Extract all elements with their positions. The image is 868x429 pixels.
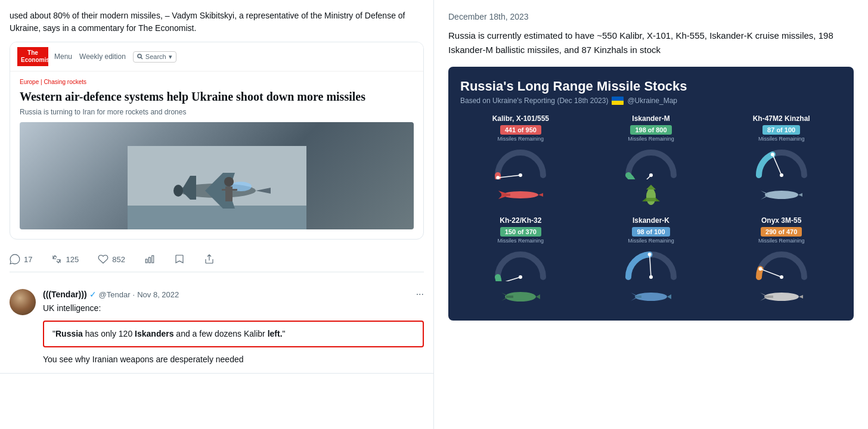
tweet-intro-text: used about 80% of their modern missiles,…	[10, 10, 424, 35]
missiles-remaining-label: Missiles Remaining	[758, 136, 805, 142]
svg-point-11	[173, 185, 183, 197]
missile-item: Iskander-K 98 of 100 Missiles Remaining	[591, 216, 712, 309]
missile-item: Kalibr, X-101/555 441 of 950 Missiles Re…	[460, 114, 581, 207]
svg-rect-24	[501, 194, 510, 196]
reply-action[interactable]: 17	[10, 254, 32, 265]
svg-point-35	[771, 153, 774, 157]
svg-line-1	[141, 58, 142, 60]
svg-rect-18	[152, 256, 154, 263]
jet-image-svg	[128, 146, 306, 229]
infographic-subtitle: Based on Ukraine's Reporting (Dec 18th 2…	[460, 97, 842, 105]
gauge-chart	[491, 248, 550, 281]
bold-left: left.	[268, 329, 283, 338]
nav-search-box[interactable]: Search ▾	[133, 51, 176, 63]
svg-marker-25	[498, 191, 507, 194]
svg-marker-62	[799, 295, 803, 299]
svg-line-51	[650, 254, 651, 277]
top-tweet-section: used about 80% of their modern missiles,…	[0, 0, 433, 272]
retweet-action[interactable]: 125	[51, 254, 79, 265]
like-action[interactable]: 852	[98, 254, 125, 265]
missile-badge: 150 of 370	[500, 227, 541, 237]
highlight-quote-box: "Russia has only 120 Iskanders and a few…	[43, 321, 424, 347]
second-tweet: (((Tendar))) ✓ @Tendar · Nov 8, 2022 ···…	[0, 282, 433, 374]
missiles-remaining-label: Missiles Remaining	[498, 238, 544, 244]
svg-marker-33	[642, 198, 646, 201]
tweet-avatar	[10, 289, 36, 315]
nav-edition[interactable]: Weekly edition	[79, 52, 126, 61]
svg-marker-23	[538, 193, 543, 197]
svg-point-12	[224, 177, 234, 186]
infographic-title: Russia's Long Range Missile Stocks	[460, 79, 842, 94]
gauge-chart	[752, 147, 811, 179]
right-description: Russia is currently estimated to have ~5…	[448, 29, 854, 57]
svg-point-29	[649, 173, 653, 177]
missile-grid: Kalibr, X-101/555 441 of 950 Missiles Re…	[460, 114, 842, 309]
search-icon	[137, 54, 143, 60]
missile-name: Kh-47M2 Kinzhal	[753, 114, 810, 123]
svg-line-36	[773, 155, 782, 176]
tweet-actions: 17 125 852	[10, 247, 424, 272]
tweet-header: (((Tendar))) ✓ @Tendar · Nov 8, 2022 ···	[43, 289, 424, 300]
missile-name: Kh-22/Kh-32	[500, 216, 541, 225]
views-action[interactable]	[144, 254, 155, 265]
bookmark-action[interactable]	[174, 254, 185, 265]
svg-rect-14	[222, 189, 227, 191]
missile-item: Onyx 3M-55 290 of 470 Missiles Remaining	[721, 216, 842, 309]
svg-line-28	[635, 175, 651, 179]
svg-rect-16	[145, 259, 147, 263]
economist-embed-card: The Economist Menu Weekly edition Search…	[10, 42, 424, 240]
missile-image	[758, 285, 805, 309]
svg-rect-15	[232, 189, 237, 191]
gauge-svg	[752, 147, 811, 179]
svg-rect-32	[646, 198, 656, 201]
right-date: December 18th, 2023	[448, 12, 854, 21]
missile-name: Onyx 3M-55	[761, 216, 801, 225]
missile-item: Kh-47M2 Kinzhal 87 of 100 Missiles Remai…	[721, 114, 842, 207]
missile-image	[627, 183, 675, 207]
gauge-svg	[752, 248, 811, 281]
embed-article: Europe | Chasing rockets Western air-def…	[10, 72, 423, 239]
missiles-remaining-label: Missiles Remaining	[628, 238, 674, 244]
missile-name: Kalibr, X-101/555	[492, 114, 549, 123]
avatar-image	[10, 289, 36, 315]
missile-image	[758, 183, 805, 207]
gauge-svg	[491, 147, 550, 179]
right-panel: December 18th, 2023 Russia is currently …	[434, 0, 868, 429]
reply-icon	[10, 254, 20, 265]
missile-badge: 198 of 800	[630, 125, 671, 135]
svg-marker-54	[667, 294, 671, 299]
more-options-icon[interactable]: ···	[416, 289, 424, 300]
retweet-count: 125	[66, 255, 79, 264]
reply-count: 17	[24, 255, 32, 264]
svg-marker-46	[536, 294, 540, 299]
article-subtitle: Russia is turning to Iran for more rocke…	[20, 108, 414, 116]
gauge-chart	[621, 248, 681, 281]
bookmark-icon	[174, 254, 185, 265]
article-title[interactable]: Western air-defence systems help Ukraine…	[20, 89, 414, 104]
svg-rect-17	[148, 257, 150, 263]
tweet-handle: @Tendar	[99, 290, 131, 299]
article-image	[20, 122, 414, 229]
bold-russia: Russia	[55, 329, 83, 338]
nav-menu[interactable]: Menu	[54, 52, 72, 61]
svg-point-37	[780, 173, 783, 177]
tweet-content: (((Tendar))) ✓ @Tendar · Nov 8, 2022 ···…	[43, 289, 424, 366]
svg-point-21	[519, 173, 522, 177]
heart-icon	[98, 254, 108, 265]
gauge-svg	[491, 248, 550, 281]
tweet-label: UK intelligence:	[43, 302, 424, 315]
share-action[interactable]	[204, 254, 215, 265]
tweet-date: Nov 8, 2022	[137, 290, 179, 299]
missile-item: Kh-22/Kh-32 150 of 370 Missiles Remainin…	[460, 216, 581, 309]
missile-image	[497, 183, 544, 207]
svg-line-59	[760, 269, 781, 278]
missile-badge: 290 of 470	[761, 227, 802, 237]
svg-marker-34	[656, 198, 660, 201]
svg-rect-13	[225, 186, 232, 201]
svg-point-30	[646, 188, 656, 205]
svg-rect-55	[636, 296, 641, 298]
gauge-chart	[752, 248, 811, 281]
missile-infographic: Russia's Long Range Missile Stocks Based…	[448, 67, 854, 321]
svg-marker-31	[646, 185, 656, 189]
missile-name: Iskander-M	[632, 114, 669, 123]
